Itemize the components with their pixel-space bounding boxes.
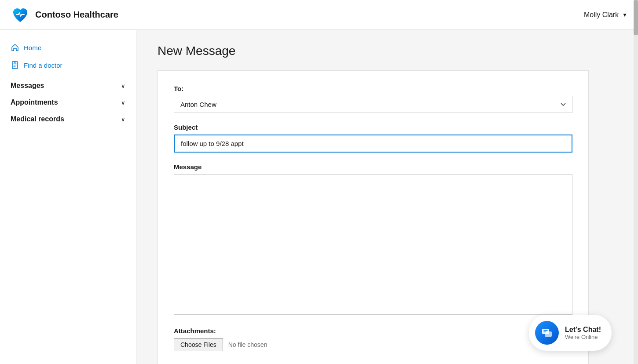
scrollbar-thumb[interactable] bbox=[634, 0, 638, 35]
sidebar-section-messages[interactable]: Messages ∨ bbox=[0, 77, 136, 94]
chat-bubble[interactable]: Let's Chat! We're Online bbox=[529, 315, 612, 351]
sidebar: Home Find a doctor Messages ∨ Appointmen… bbox=[0, 30, 136, 364]
sidebar-section-medical-records[interactable]: Medical records ∨ bbox=[0, 111, 136, 127]
svg-point-1 bbox=[15, 62, 16, 63]
messages-chevron-icon: ∨ bbox=[121, 83, 125, 89]
attachments-label: Attachments: bbox=[174, 327, 572, 335]
user-name: Molly Clark bbox=[584, 11, 619, 19]
svg-rect-3 bbox=[545, 331, 552, 337]
to-field-group: To: Anton Chew bbox=[174, 85, 572, 113]
to-label: To: bbox=[174, 85, 572, 92]
home-icon bbox=[11, 43, 19, 52]
attachments-row: Choose Files No file chosen bbox=[174, 338, 572, 351]
sidebar-item-home-label: Home bbox=[24, 44, 41, 51]
user-menu[interactable]: Molly Clark ▼ bbox=[584, 11, 627, 19]
sidebar-item-find-doctor[interactable]: Find a doctor bbox=[0, 56, 136, 74]
sidebar-section-appointments[interactable]: Appointments ∨ bbox=[0, 94, 136, 111]
chat-subtitle: We're Online bbox=[565, 334, 601, 340]
find-doctor-icon bbox=[11, 61, 19, 69]
attachments-group: Attachments: Choose Files No file chosen bbox=[174, 327, 572, 351]
chat-icon-circle bbox=[535, 321, 559, 345]
logo-area: Contoso Healthcare bbox=[11, 5, 118, 25]
sidebar-section-appointments-label: Appointments bbox=[11, 98, 58, 106]
subject-field-group: Subject bbox=[174, 124, 572, 153]
message-field-group: Message bbox=[174, 163, 572, 317]
medical-records-chevron-icon: ∨ bbox=[121, 116, 125, 123]
chevron-down-icon: ▼ bbox=[622, 12, 627, 18]
message-textarea[interactable] bbox=[174, 174, 572, 315]
sidebar-section-messages-label: Messages bbox=[11, 82, 44, 90]
sidebar-item-find-doctor-label: Find a doctor bbox=[24, 62, 62, 69]
chat-icon bbox=[541, 327, 553, 339]
sidebar-item-home[interactable]: Home bbox=[0, 39, 136, 56]
message-label: Message bbox=[174, 163, 572, 171]
logo-text: Contoso Healthcare bbox=[35, 10, 118, 20]
logo-icon bbox=[11, 5, 30, 25]
no-file-text: No file chosen bbox=[228, 341, 268, 348]
content-area: New Message To: Anton Chew Subject Messa… bbox=[136, 30, 638, 364]
chat-text-area: Let's Chat! We're Online bbox=[565, 326, 601, 340]
new-message-form: To: Anton Chew Subject Message Attachmen… bbox=[158, 70, 589, 364]
subject-label: Subject bbox=[174, 124, 572, 131]
sidebar-section-medical-records-label: Medical records bbox=[11, 115, 64, 123]
choose-files-button[interactable]: Choose Files bbox=[174, 338, 223, 351]
main-layout: Home Find a doctor Messages ∨ Appointmen… bbox=[0, 30, 638, 364]
header: Contoso Healthcare Molly Clark ▼ bbox=[0, 0, 638, 30]
scrollbar[interactable] bbox=[634, 0, 638, 364]
chat-title: Let's Chat! bbox=[565, 326, 601, 334]
subject-input[interactable] bbox=[174, 135, 572, 153]
page-title: New Message bbox=[158, 44, 617, 58]
appointments-chevron-icon: ∨ bbox=[121, 99, 125, 106]
to-select[interactable]: Anton Chew bbox=[174, 96, 572, 113]
